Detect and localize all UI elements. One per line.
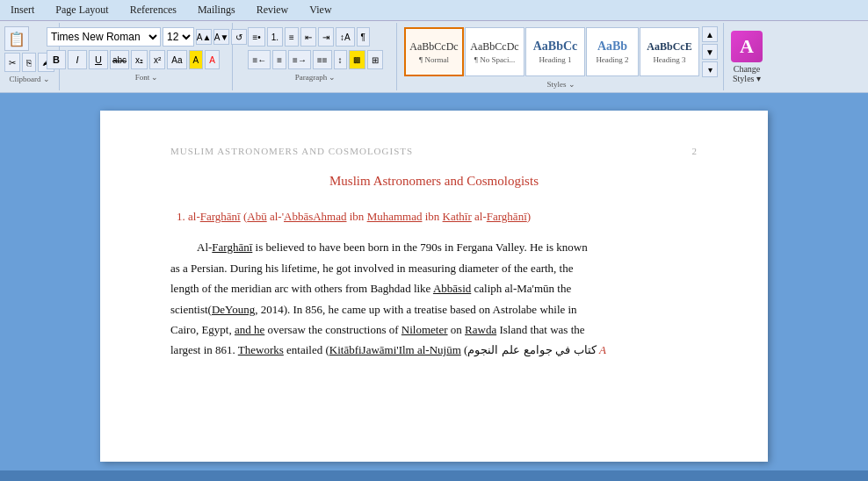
bold-button[interactable]: B bbox=[47, 50, 66, 69]
paragraph-1: Al-Farghānī is believed to have been bor… bbox=[170, 237, 698, 360]
tab-mailings[interactable]: Mailings bbox=[187, 0, 246, 20]
clipboard-expand[interactable]: ⌄ bbox=[43, 75, 50, 83]
shading-button[interactable]: ▩ bbox=[349, 50, 365, 69]
font-label: Font bbox=[135, 73, 150, 82]
align-right-button[interactable]: ≡→ bbox=[288, 50, 311, 69]
tab-page-layout[interactable]: Page Layout bbox=[45, 0, 119, 20]
font-size-select[interactable]: 12 bbox=[163, 27, 194, 47]
styles-scroll-down[interactable]: ▼ bbox=[702, 44, 718, 60]
font-section: Times New Roman 12 A▲ A▼ ↺ B I U abc x₂ … bbox=[61, 23, 233, 90]
document-body[interactable]: al-Farghānī (Abū al-'AbbāsAhmad ibn Muha… bbox=[170, 206, 698, 361]
tab-review[interactable]: Review bbox=[246, 0, 300, 20]
numbering-button[interactable]: 1. bbox=[267, 27, 283, 47]
style-heading1[interactable]: AaBbCc Heading 1 bbox=[525, 27, 585, 76]
style-h1-label: Heading 1 bbox=[539, 55, 571, 64]
font-family-select[interactable]: Times New Roman bbox=[47, 27, 161, 47]
font-expand[interactable]: ⌄ bbox=[151, 73, 158, 82]
highlight-button[interactable]: A bbox=[189, 50, 204, 69]
page-header: MUSLIM ASTRONOMERS AND COSMOLOGISTS 2 bbox=[170, 146, 698, 156]
document-page: MUSLIM ASTRONOMERS AND COSMOLOGISTS 2 Mu… bbox=[100, 111, 768, 462]
style-h2-label: Heading 2 bbox=[596, 55, 628, 64]
justify-button[interactable]: ≡≡ bbox=[313, 50, 332, 69]
style-h2-preview: AaBb bbox=[597, 39, 627, 54]
styles-expand[interactable]: ⌄ bbox=[568, 80, 575, 89]
cut-button[interactable]: ✂ bbox=[4, 53, 20, 72]
change-styles-icon: A bbox=[731, 31, 763, 62]
style-heading3[interactable]: AaBbCcE Heading 3 bbox=[640, 27, 699, 76]
align-center-button[interactable]: ≡ bbox=[272, 50, 286, 69]
font-color-button[interactable]: A bbox=[205, 50, 220, 69]
header-left: MUSLIM ASTRONOMERS AND COSMOLOGISTS bbox=[170, 146, 413, 156]
superscript-button[interactable]: x² bbox=[149, 50, 165, 69]
style-no-spacing-preview: AaBbCcDc bbox=[470, 40, 518, 54]
document-title: Muslim Astronomers and Cosmologists bbox=[170, 174, 698, 189]
tab-references[interactable]: References bbox=[119, 0, 187, 20]
sort-button[interactable]: ↕A bbox=[336, 27, 355, 47]
strikethrough-button[interactable]: abc bbox=[110, 50, 129, 69]
style-normal-label: ¶ Normal bbox=[419, 55, 449, 64]
style-heading2[interactable]: AaBb Heading 2 bbox=[586, 27, 639, 76]
change-case-button[interactable]: Aa bbox=[167, 50, 186, 69]
decrease-font-button[interactable]: A▼ bbox=[213, 29, 229, 45]
style-normal-preview: AaBbCcDc bbox=[409, 40, 458, 54]
styles-section: AaBbCcDc ¶ Normal AaBbCcDc ¶ No Spaci...… bbox=[399, 23, 724, 90]
tab-insert[interactable]: Insert bbox=[0, 0, 45, 20]
header-right: 2 bbox=[692, 146, 698, 156]
clipboard-label: Clipboard bbox=[10, 75, 41, 83]
list-item-1: al-Farghānī (Abū al-'AbbāsAhmad ibn Muha… bbox=[188, 206, 698, 226]
paragraph-expand[interactable]: ⌄ bbox=[329, 73, 336, 82]
italic-button[interactable]: I bbox=[68, 50, 87, 69]
multilevel-list-button[interactable]: ≡ bbox=[285, 27, 299, 47]
subscript-button[interactable]: x₂ bbox=[131, 50, 148, 69]
style-h3-label: Heading 3 bbox=[653, 55, 685, 64]
list-item-1-text: al-Farghānī (Abū al-'AbbāsAhmad ibn Muha… bbox=[188, 210, 531, 223]
borders-button[interactable]: ⊞ bbox=[367, 50, 383, 69]
underline-button[interactable]: U bbox=[89, 50, 108, 69]
style-h3-preview: AaBbCcE bbox=[647, 40, 691, 54]
change-styles-label: ChangeStyles ▾ bbox=[733, 64, 761, 83]
styles-more[interactable]: ▾ bbox=[702, 61, 718, 77]
show-marks-button[interactable]: ¶ bbox=[357, 27, 370, 47]
styles-scroll-up[interactable]: ▲ bbox=[702, 26, 718, 42]
document-area: MUSLIM ASTRONOMERS AND COSMOLOGISTS 2 Mu… bbox=[0, 93, 868, 470]
align-left-button[interactable]: ≡← bbox=[248, 50, 271, 69]
style-normal[interactable]: AaBbCcDc ¶ Normal bbox=[404, 27, 464, 76]
increase-indent-button[interactable]: ⇥ bbox=[318, 27, 334, 47]
style-no-spacing-label: ¶ No Spaci... bbox=[474, 55, 515, 64]
increase-font-button[interactable]: A▲ bbox=[196, 29, 212, 45]
tab-view[interactable]: View bbox=[299, 0, 342, 20]
line-spacing-button[interactable]: ↕ bbox=[334, 50, 347, 69]
style-no-spacing[interactable]: AaBbCcDc ¶ No Spaci... bbox=[465, 27, 524, 76]
bullets-button[interactable]: ≡• bbox=[248, 27, 264, 47]
copy-button[interactable]: ⎘ bbox=[22, 53, 36, 72]
paragraph-label: Paragraph bbox=[295, 73, 327, 82]
decrease-indent-button[interactable]: ⇤ bbox=[300, 27, 316, 47]
paste-button[interactable]: 📋 bbox=[4, 26, 29, 51]
paragraph-section: ≡• 1. ≡ ⇤ ⇥ ↕A ¶ ≡← ≡ ≡→ ≡≡ ↕ ▩ ⊞ bbox=[235, 23, 397, 90]
style-h1-preview: AaBbCc bbox=[533, 39, 578, 54]
styles-label: Styles bbox=[546, 80, 566, 89]
change-styles-button[interactable]: A ChangeStyles ▾ bbox=[726, 23, 768, 90]
